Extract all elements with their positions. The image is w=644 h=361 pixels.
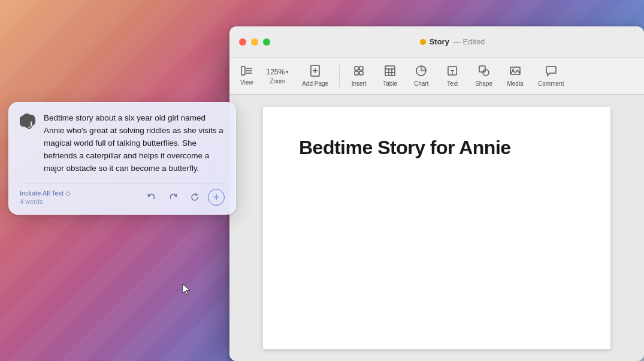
chat-footer-actions: + <box>143 189 225 206</box>
undo-icon <box>147 193 156 201</box>
document-icon-dot <box>420 39 426 45</box>
view-label: View <box>240 79 253 86</box>
insert-label: Insert <box>352 80 367 87</box>
title-area: Story — Edited <box>270 37 634 46</box>
insert-icon <box>353 65 365 79</box>
shape-label: Shape <box>475 80 492 87</box>
view-icon <box>241 66 253 77</box>
chart-label: Chart <box>414 80 428 87</box>
insert-button[interactable]: Insert <box>344 61 373 91</box>
shape-icon <box>478 65 490 79</box>
svg-rect-7 <box>355 67 358 70</box>
chat-content: Bedtime story about a six year old girl … <box>20 112 225 175</box>
table-button[interactable]: Table <box>376 61 404 91</box>
document-area[interactable]: Bedtime Story for Annie <box>229 95 644 361</box>
include-all-text[interactable]: Include All Text ◇ <box>20 189 70 197</box>
zoom-value: 125% ▾ <box>267 68 289 76</box>
word-count: 4 words <box>20 198 70 205</box>
refresh-button[interactable] <box>186 189 203 206</box>
title-bar: Story — Edited <box>229 26 644 58</box>
zoom-chevron: ▾ <box>286 69 289 75</box>
svg-rect-8 <box>359 67 363 70</box>
comment-label: Comment <box>538 80 564 87</box>
undo-button[interactable] <box>143 189 160 206</box>
comment-icon <box>545 65 557 79</box>
add-page-icon <box>309 65 321 79</box>
svg-rect-0 <box>241 67 245 75</box>
window-title: Story <box>430 37 449 46</box>
svg-rect-10 <box>359 71 363 75</box>
redo-icon <box>169 193 177 201</box>
page-title: Bedtime Story for Annie <box>299 137 575 159</box>
add-page-button[interactable]: Add Page <box>296 61 334 91</box>
chart-icon <box>415 65 427 79</box>
maximize-button[interactable] <box>263 38 270 46</box>
chat-prompt-text: Bedtime story about a six year old girl … <box>44 112 225 175</box>
table-label: Table <box>383 80 397 87</box>
chat-popup: Bedtime story about a six year old girl … <box>8 102 236 215</box>
text-icon: T <box>446 65 458 79</box>
close-button[interactable] <box>239 38 246 46</box>
view-button[interactable]: View <box>234 62 259 89</box>
chat-footer: Include All Text ◇ 4 words <box>20 183 225 206</box>
text-label: Text <box>447 80 458 87</box>
zoom-label: Zoom <box>270 78 286 85</box>
svg-rect-11 <box>385 66 395 76</box>
separator-1 <box>339 65 340 87</box>
chart-button[interactable]: Chart <box>407 61 436 91</box>
document-page: Bedtime Story for Annie <box>263 107 610 349</box>
media-label: Media <box>507 80 523 87</box>
media-icon <box>509 65 521 79</box>
svg-rect-9 <box>355 71 358 75</box>
chatgpt-icon <box>20 113 37 130</box>
edited-label: — Edited <box>453 37 485 46</box>
comment-button[interactable]: Comment <box>532 61 570 91</box>
zoom-control[interactable]: 125% ▾ Zoom <box>262 64 294 88</box>
pages-window: Story — Edited View 125% ▾ Zoom <box>229 26 644 361</box>
chat-footer-left: Include All Text ◇ 4 words <box>20 189 70 205</box>
refresh-icon <box>191 193 199 201</box>
add-to-document-button[interactable]: + <box>208 189 225 206</box>
add-page-label: Add Page <box>302 80 328 87</box>
minimize-button[interactable] <box>251 38 258 46</box>
text-button[interactable]: T Text <box>438 61 467 91</box>
svg-rect-20 <box>479 66 485 72</box>
media-button[interactable]: Media <box>501 61 530 91</box>
redo-button[interactable] <box>165 189 182 206</box>
add-icon: + <box>213 192 220 203</box>
table-icon <box>384 65 396 79</box>
window-controls <box>239 38 270 46</box>
shape-button[interactable]: Shape <box>469 61 498 91</box>
svg-rect-21 <box>510 67 520 74</box>
svg-text:T: T <box>451 69 454 75</box>
toolbar: View 125% ▾ Zoom Add Page <box>229 58 644 95</box>
svg-point-19 <box>483 70 489 76</box>
